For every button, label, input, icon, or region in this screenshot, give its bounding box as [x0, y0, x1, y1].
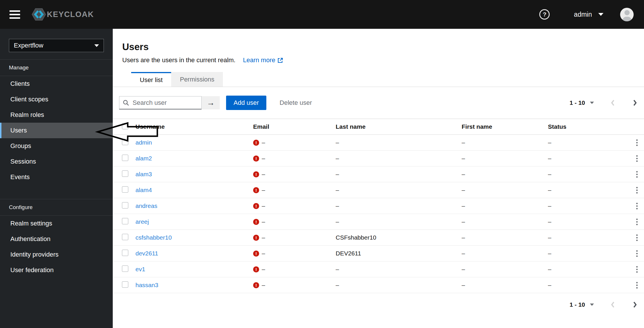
help-icon[interactable]: ? [539, 9, 550, 20]
username-link[interactable]: alam4 [135, 187, 152, 193]
user-menu[interactable]: admin [574, 11, 603, 18]
previous-page-button[interactable] [611, 99, 615, 106]
first-name-value: – [462, 218, 548, 225]
brand-name: KEYCLOAK [47, 10, 94, 19]
chevron-down-icon [590, 102, 594, 104]
username-link[interactable]: andreas [135, 202, 157, 209]
kebab-menu-icon[interactable] [635, 201, 639, 211]
first-name-value: – [462, 202, 548, 209]
status-value: – [548, 266, 630, 273]
first-name-value: – [462, 266, 548, 273]
last-name-value: – [336, 218, 462, 225]
tab-permissions[interactable]: Permissions [171, 72, 223, 87]
select-all-checkbox[interactable] [122, 123, 128, 129]
kebab-menu-icon[interactable] [635, 249, 639, 259]
pagination-bottom: 1 - 10 [570, 301, 637, 308]
realm-switcher[interactable]: Expertflow [9, 39, 104, 52]
sidebar-item-events[interactable]: Events [0, 169, 113, 185]
kebab-menu-icon[interactable] [635, 264, 639, 274]
sidebar-item-realm-settings[interactable]: Realm settings [0, 216, 113, 231]
pagination-top: 1 - 10 [570, 99, 637, 106]
sidebar-item-identity-providers[interactable]: Identity providers [0, 247, 113, 262]
row-checkbox[interactable] [122, 202, 128, 208]
email-warning-icon: ! [253, 203, 259, 209]
search-icon [123, 100, 129, 106]
username-link[interactable]: admin [135, 139, 152, 146]
kebab-menu-icon[interactable] [635, 169, 639, 179]
kebab-menu-icon[interactable] [635, 185, 639, 195]
last-name-value: DEV2611 [336, 250, 462, 257]
status-value: – [548, 202, 630, 209]
delete-user-button[interactable]: Delete user [280, 99, 312, 107]
row-checkbox[interactable] [122, 155, 128, 161]
kebab-menu-icon[interactable] [635, 217, 639, 227]
email-value: – [262, 171, 265, 178]
row-checkbox[interactable] [122, 186, 128, 193]
table-row: ev1 ! – – – – [113, 261, 644, 277]
table-row: alam2 ! – – – – [113, 151, 644, 166]
users-table: Username Email Last name First name Stat… [113, 119, 644, 293]
row-checkbox[interactable] [122, 170, 128, 177]
email-warning-icon: ! [253, 140, 259, 146]
chevron-right-icon [633, 301, 637, 308]
hamburger-menu-icon[interactable] [9, 10, 20, 19]
description-text: Users are the users in the current realm… [122, 56, 236, 64]
add-user-button[interactable]: Add user [226, 96, 266, 110]
kebab-menu-icon[interactable] [635, 138, 639, 148]
pagination-range: 1 - 10 [570, 301, 585, 308]
sidebar-item-client-scopes[interactable]: Client scopes [0, 92, 113, 107]
row-checkbox[interactable] [122, 139, 128, 145]
nav-section-configure: Configure [0, 199, 113, 215]
kebab-menu-icon[interactable] [635, 153, 639, 164]
chevron-left-icon [611, 99, 615, 106]
sidebar-item-groups[interactable]: Groups [0, 138, 113, 154]
username-link[interactable]: csfshabber10 [135, 234, 172, 241]
topbar: KEYCLOAK ? admin [0, 0, 644, 29]
chevron-down-icon [598, 13, 603, 16]
email-value: – [262, 282, 265, 289]
first-name-value: – [462, 171, 548, 178]
email-warning-icon: ! [253, 251, 259, 257]
row-checkbox[interactable] [122, 218, 128, 224]
sidebar-item-user-federation[interactable]: User federation [0, 262, 113, 278]
sidebar-item-realm-roles[interactable]: Realm roles [0, 107, 113, 123]
username-link[interactable]: areej [135, 218, 149, 225]
pagination-range-toggle[interactable]: 1 - 10 [570, 301, 594, 308]
search-submit-button[interactable]: → [202, 96, 220, 109]
username-link[interactable]: alam3 [135, 171, 152, 177]
username-link[interactable]: alam2 [135, 155, 152, 162]
row-checkbox[interactable] [122, 250, 128, 256]
last-name-value: – [336, 266, 462, 273]
kebab-menu-icon[interactable] [635, 280, 639, 290]
avatar[interactable] [620, 8, 634, 21]
next-page-button[interactable] [633, 301, 637, 308]
column-header-username: Username [135, 123, 253, 130]
next-page-button[interactable] [633, 99, 637, 106]
table-row: csfshabber10 ! – CSFshabber10 – – [113, 230, 644, 246]
email-value: – [262, 250, 265, 257]
email-value: – [262, 155, 265, 162]
pagination-range-toggle[interactable]: 1 - 10 [570, 99, 594, 106]
last-name-value: – [336, 155, 462, 162]
tab-user-list[interactable]: User list [131, 72, 171, 87]
username-link[interactable]: hassan3 [135, 282, 158, 288]
email-value: – [262, 234, 265, 241]
kebab-menu-icon[interactable] [635, 233, 639, 243]
page-title: Users [122, 41, 644, 52]
search-input[interactable] [133, 99, 190, 107]
username-link[interactable]: ev1 [135, 266, 145, 272]
row-checkbox[interactable] [122, 281, 128, 288]
row-checkbox[interactable] [122, 266, 128, 272]
learn-more-label: Learn more [243, 56, 276, 64]
learn-more-link[interactable]: Learn more [243, 56, 284, 64]
page-description: Users are the users in the current realm… [122, 56, 644, 64]
previous-page-button[interactable] [611, 301, 615, 308]
pagination-range: 1 - 10 [570, 99, 585, 106]
sidebar-item-authentication[interactable]: Authentication [0, 231, 113, 247]
sidebar-item-sessions[interactable]: Sessions [0, 154, 113, 169]
sidebar-item-clients[interactable]: Clients [0, 76, 113, 92]
sidebar-item-users[interactable]: Users [0, 123, 113, 138]
row-checkbox[interactable] [122, 234, 128, 240]
username-link[interactable]: dev2611 [135, 250, 158, 257]
sidebar: Expertflow Manage Clients Client scopes … [0, 29, 113, 328]
